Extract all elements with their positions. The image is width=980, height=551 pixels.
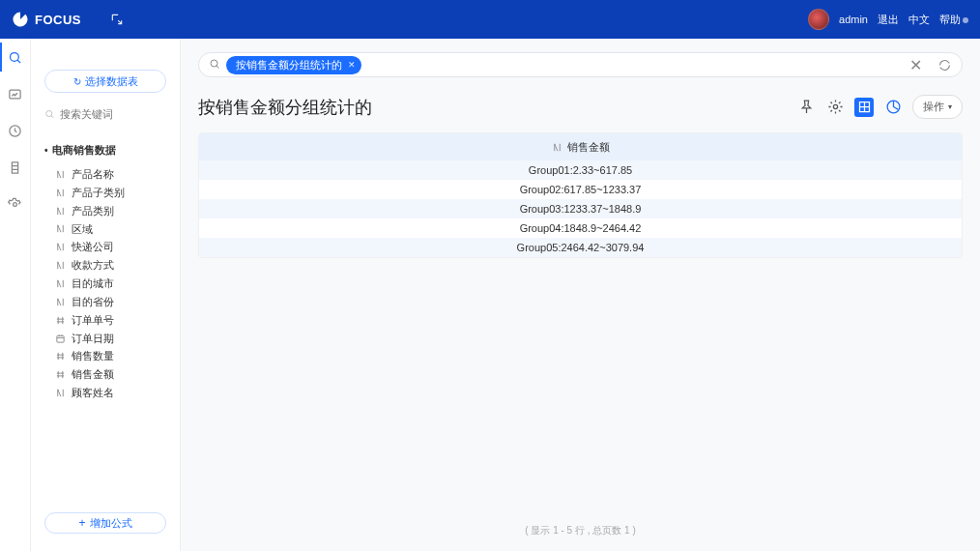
- query-pill[interactable]: 按销售金额分组统计的✕: [226, 56, 361, 74]
- field-item[interactable]: 目的城市: [41, 275, 174, 293]
- field-type-icon: [54, 351, 66, 362]
- column-type-icon: [551, 141, 562, 153]
- field-type-icon: [54, 388, 66, 399]
- field-type-icon: [54, 168, 66, 180]
- field-type-icon: [54, 205, 66, 217]
- field-label: 目的城市: [72, 276, 114, 291]
- field-type-icon: [54, 369, 66, 381]
- field-label: 快递公司: [72, 240, 114, 254]
- brand-logo-icon: [12, 11, 29, 28]
- svg-rect-5: [56, 335, 63, 342]
- nav-search-icon[interactable]: [7, 48, 24, 66]
- page-title: 按销售金额分组统计的: [198, 96, 372, 119]
- sidebar: ↻选择数据表 电商销售数据 产品名称产品子类别产品类别区域快递公司收款方式目的城…: [31, 39, 181, 551]
- field-item[interactable]: 区域: [41, 220, 174, 239]
- field-type-icon: [54, 314, 66, 326]
- field-item[interactable]: 销售金额: [41, 365, 174, 384]
- svg-point-6: [211, 60, 217, 67]
- clear-icon[interactable]: ✕: [908, 58, 922, 72]
- logout-link[interactable]: 退出: [878, 13, 899, 27]
- pill-close-icon[interactable]: ✕: [348, 60, 356, 70]
- layout: ↻选择数据表 电商销售数据 产品名称产品子类别产品类别区域快递公司收款方式目的城…: [0, 39, 980, 551]
- field-label: 产品名称: [72, 167, 114, 182]
- brand: FOCUS: [12, 11, 81, 28]
- field-label: 产品子类别: [72, 186, 125, 200]
- field-type-icon: [54, 333, 66, 344]
- field-item[interactable]: 快递公司: [41, 238, 174, 256]
- operations-button[interactable]: 操作▾: [912, 95, 963, 119]
- field-label: 订单日期: [72, 332, 114, 346]
- svg-rect-1: [10, 90, 20, 99]
- field-label: 收款方式: [72, 258, 114, 273]
- field-type-icon: [54, 242, 66, 253]
- table-row[interactable]: Group04:1848.9~2464.42: [199, 218, 962, 238]
- main: 按销售金额分组统计的✕ ✕ 按销售金额分组统计的 操作▾ 销售金额 Group0…: [181, 39, 980, 551]
- query-bar[interactable]: 按销售金额分组统计的✕ ✕: [198, 52, 963, 77]
- dataset-name[interactable]: 电商销售数据: [41, 141, 174, 160]
- sidebar-search-input[interactable]: [60, 108, 166, 120]
- table-row[interactable]: Group01:2.33~617.85: [199, 160, 962, 180]
- svg-point-0: [11, 52, 19, 61]
- field-label: 销售金额: [72, 367, 114, 382]
- search-icon: [209, 56, 220, 73]
- svg-point-3: [14, 202, 17, 206]
- sidebar-search[interactable]: [37, 104, 174, 124]
- field-type-icon: [54, 187, 66, 198]
- field-item[interactable]: 收款方式: [41, 256, 174, 275]
- field-label: 区域: [72, 222, 93, 237]
- svg-point-7: [833, 104, 837, 108]
- chart-type-icon[interactable]: [883, 98, 903, 117]
- title-row: 按销售金额分组统计的 操作▾: [198, 95, 963, 119]
- field-type-icon: [54, 277, 66, 289]
- field-label: 产品类别: [72, 204, 114, 218]
- nav-dashboard-icon[interactable]: [7, 85, 24, 102]
- gear-icon[interactable]: [825, 98, 845, 117]
- field-type-icon: [54, 260, 66, 272]
- field-item[interactable]: 产品子类别: [41, 184, 174, 202]
- field-tree: 电商销售数据 产品名称产品子类别产品类别区域快递公司收款方式目的城市目的省份订单…: [37, 141, 174, 505]
- edit-icon[interactable]: [110, 13, 124, 26]
- app-header: FOCUS admin 退出 中文 帮助: [0, 0, 980, 39]
- user-name[interactable]: admin: [839, 14, 868, 25]
- table-row[interactable]: Group05:2464.42~3079.94: [199, 238, 962, 257]
- header-right: admin 退出 中文 帮助: [808, 9, 968, 30]
- field-label: 销售数量: [72, 349, 114, 363]
- nav-settings-icon[interactable]: [7, 195, 24, 213]
- table-header[interactable]: 销售金额: [199, 133, 962, 160]
- add-formula-button[interactable]: +增加公式: [44, 512, 166, 534]
- field-label: 顾客姓名: [72, 386, 114, 400]
- field-label: 目的省份: [72, 295, 114, 309]
- nav-rail: [0, 39, 31, 551]
- field-type-icon: [54, 223, 66, 235]
- brand-name: FOCUS: [35, 13, 81, 27]
- lang-link[interactable]: 中文: [908, 13, 930, 27]
- grid-view-icon[interactable]: [854, 98, 874, 117]
- field-label: 订单单号: [72, 313, 114, 328]
- refresh-icon[interactable]: [937, 58, 951, 72]
- nav-data-icon[interactable]: [7, 159, 24, 176]
- table-row[interactable]: Group02:617.85~1233.37: [199, 180, 962, 199]
- field-item[interactable]: 订单单号: [41, 311, 174, 330]
- nav-history-icon[interactable]: [7, 122, 24, 139]
- pin-icon[interactable]: [796, 98, 816, 117]
- field-item[interactable]: 产品名称: [41, 165, 174, 184]
- field-item[interactable]: 销售数量: [41, 347, 174, 365]
- field-item[interactable]: 产品类别: [41, 202, 174, 220]
- pagination-info: ( 显示 1 - 5 行 , 总页数 1 ): [198, 516, 963, 545]
- field-item[interactable]: 订单日期: [41, 330, 174, 348]
- select-data-button[interactable]: ↻选择数据表: [44, 70, 166, 93]
- table-row[interactable]: Group03:1233.37~1848.9: [199, 199, 962, 218]
- avatar[interactable]: [808, 9, 829, 30]
- help-link[interactable]: 帮助: [939, 13, 968, 27]
- field-item[interactable]: 顾客姓名: [41, 384, 174, 402]
- field-item[interactable]: 目的省份: [41, 293, 174, 311]
- svg-point-4: [46, 111, 52, 117]
- result-table: 销售金额 Group01:2.33~617.85Group02:617.85~1…: [198, 132, 963, 258]
- field-type-icon: [54, 296, 66, 307]
